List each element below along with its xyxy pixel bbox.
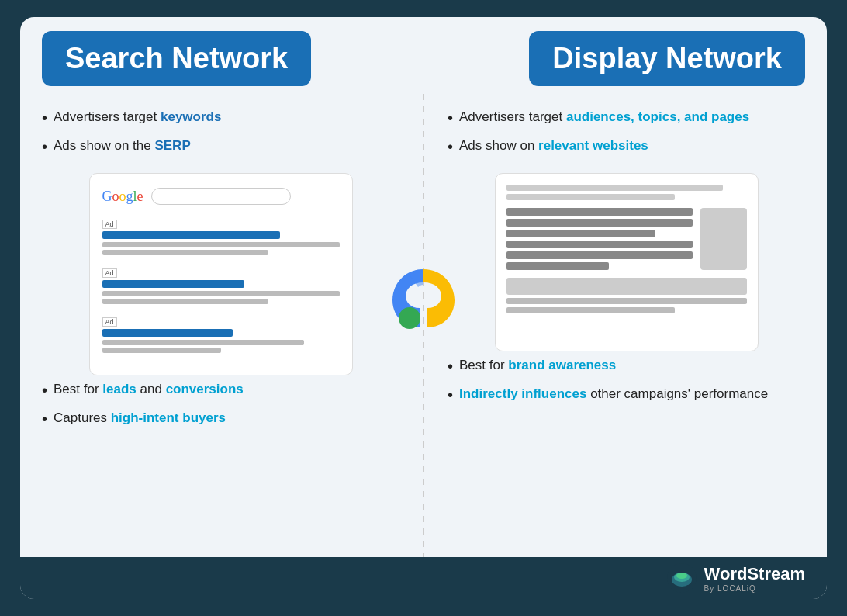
wordstream-icon [667, 563, 697, 593]
disp-bottom-2 [506, 307, 675, 313]
disp-bottom-1 [506, 298, 747, 304]
disp-text-6 [506, 262, 609, 270]
ad-label-1: Ad [102, 220, 117, 229]
search-mockup: Google Ad Ad [89, 173, 353, 375]
disp-header-bar-1 [506, 185, 723, 191]
search-network-badge: Search Network [42, 31, 311, 86]
google-ads-svg [389, 258, 458, 335]
ad-blue-bar-3 [102, 329, 233, 337]
search-bullet-1: Advertisers target keywords [42, 108, 399, 129]
svg-point-4 [676, 573, 687, 579]
svg-point-0 [399, 307, 420, 329]
ad-grey-bar-2b [102, 299, 268, 304]
display-header-bars [506, 185, 747, 200]
ad-blue-bar-1 [102, 231, 281, 239]
disp-text-3 [506, 230, 655, 237]
ad-blue-bar-2 [102, 280, 245, 288]
header-row: Search Network Display Network [20, 17, 827, 86]
search-network-title: Search Network [65, 42, 288, 75]
search-bullet-4: Captures high-intent buyers [42, 409, 399, 430]
search-bottom-bullets: Best for leads and conversions Captures … [42, 375, 399, 438]
wordstream-brand: WordStream [704, 564, 805, 584]
display-text-area [506, 208, 693, 270]
disp-header-bar-2 [506, 194, 675, 200]
footer: WordStream By LOCALiQ [20, 557, 827, 599]
disp-banner [506, 278, 747, 295]
display-main-area [506, 208, 747, 270]
display-bullet-3: Best for brand awareness [448, 356, 805, 377]
ad-label-3: Ad [102, 317, 117, 327]
display-mockup [495, 173, 759, 351]
wordstream-logo-text: WordStream By LOCALiQ [704, 564, 805, 593]
ad-label-2: Ad [102, 268, 117, 278]
ad-result-1: Ad [102, 216, 340, 255]
search-bullet-3: Best for leads and conversions [42, 380, 399, 401]
display-image-placeholder [700, 208, 747, 270]
display-network-title: Display Network [552, 42, 782, 75]
disp-text-5 [506, 251, 693, 259]
google-ads-logo [389, 258, 458, 335]
display-bullet-4: Indirectly influences other campaigns' p… [448, 385, 805, 406]
display-network-badge: Display Network [529, 31, 805, 86]
search-column: Advertisers target keywords Ads show on … [42, 94, 415, 557]
display-top-bullets: Advertisers target audiences, topics, an… [448, 94, 805, 173]
ad-result-3: Ad [102, 313, 340, 353]
display-bullet-1: Advertisers target audiences, topics, an… [448, 108, 805, 129]
ad-grey-bar-3b [102, 348, 221, 353]
ad-grey-bar-1b [102, 250, 268, 255]
ad-grey-bar-3a [102, 340, 304, 345]
main-card: Search Network Display Network Advertise… [20, 17, 827, 599]
disp-text-4 [506, 241, 693, 248]
ad-grey-bar-2a [102, 291, 340, 296]
display-bottom-bullets: Best for brand awareness Indirectly infl… [448, 351, 805, 414]
localiq-sub: By LOCALiQ [704, 584, 756, 593]
search-top-bullets: Advertisers target keywords Ads show on … [42, 94, 399, 173]
disp-text-1 [506, 208, 693, 216]
ad-result-2: Ad [102, 265, 340, 304]
google-logo: Google [102, 189, 143, 205]
search-bullet-2: Ads show on the SERP [42, 137, 399, 157]
display-bullet-2: Ads show on relevant websites [448, 137, 805, 157]
disp-text-2 [506, 219, 693, 227]
google-bar: Google [102, 188, 340, 205]
display-column: Advertisers target audiences, topics, an… [432, 94, 805, 557]
ad-grey-bar-1a [102, 242, 340, 247]
display-bottom-area [506, 278, 747, 313]
google-search-box [151, 188, 291, 205]
